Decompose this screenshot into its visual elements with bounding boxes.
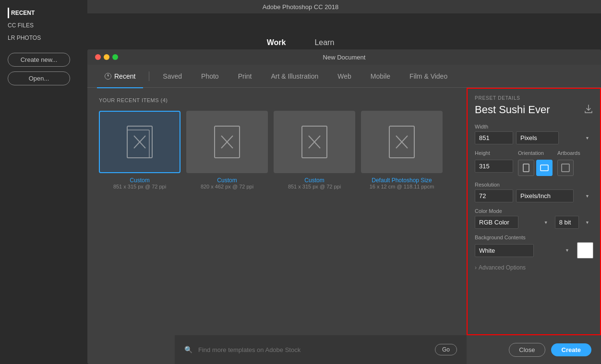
create-new-button[interactable]: Create new... [8, 53, 70, 67]
advanced-options-label: Advanced Options [479, 264, 526, 271]
orientation-buttons [518, 160, 553, 176]
resolution-unit-select-wrapper: Pixels/Inch Pixels/Centimeter [516, 189, 593, 202]
tab-art-illustration[interactable]: Art & Illustration [263, 69, 326, 84]
nav-work[interactable]: Work [267, 38, 286, 50]
bg-contents-select[interactable]: White Black Background Color Transparent [475, 244, 534, 257]
tab-separator [149, 71, 149, 81]
width-row: Pixels Inches Centimeters [475, 131, 593, 144]
template-thumbnail [361, 111, 443, 173]
svg-rect-14 [541, 165, 548, 171]
orientation-group: Orientation [518, 150, 553, 176]
dialog-maximize-light[interactable] [112, 54, 118, 60]
main-content: YOUR RECENT ITEMS (4) Custom 851 [87, 88, 467, 335]
tab-recent[interactable]: Recent [97, 69, 143, 84]
dialog-footer: Close Create [467, 335, 601, 364]
chevron-right-icon: › [475, 264, 477, 271]
open-button[interactable]: Open... [8, 71, 70, 85]
template-card[interactable]: Default Photoshop Size 16 x 12 cm @ 118.… [361, 111, 443, 189]
left-sidebar: RECENT CC FILES LR PHOTOS Create new... … [0, 0, 87, 364]
template-card[interactable]: Custom 851 x 315 px @ 72 ppi [99, 111, 180, 189]
width-input[interactable] [475, 131, 513, 144]
color-mode-label: Color Mode [475, 208, 593, 214]
bg-contents-select-wrapper: White Black Background Color Transparent [475, 244, 573, 257]
dialog-traffic-lights [95, 54, 118, 60]
dialog-tabs: Recent Saved Photo Print Art & Illustrat… [87, 65, 601, 88]
app-titlebar: Adobe Photoshop CC 2018 [0, 0, 601, 13]
template-thumbnail [274, 111, 355, 173]
save-preset-icon[interactable] [584, 104, 593, 116]
bit-depth-select-wrapper: 8 bit 16 bit 32 bit [555, 216, 593, 229]
tab-mobile[interactable]: Mobile [363, 69, 398, 84]
orientation-label: Orientation [518, 150, 553, 156]
go-button[interactable]: Go [435, 344, 457, 355]
dialog-titlebar: New Document [87, 49, 601, 65]
search-input[interactable] [198, 346, 429, 353]
close-button[interactable]: Close [509, 343, 545, 357]
height-orientation-row: Height Orientation [475, 150, 593, 176]
dialog-close-light[interactable] [95, 54, 101, 60]
recent-header: YOUR RECENT ITEMS (4) [99, 97, 455, 103]
bg-color-swatch[interactable] [577, 242, 593, 258]
color-mode-row: RGB Color CMYK Color Grayscale 8 bit 16 … [475, 216, 593, 229]
svg-rect-15 [562, 164, 569, 172]
resolution-field-group: Resolution Pixels/Inch Pixels/Centimeter [475, 182, 593, 202]
app-title: Adobe Photoshop CC 2018 [263, 3, 338, 11]
nav-learn[interactable]: Learn [314, 38, 334, 50]
svg-rect-13 [523, 164, 529, 172]
sidebar-nav: RECENT CC FILES LR PHOTOS [0, 8, 87, 43]
landscape-button[interactable] [536, 160, 553, 176]
bg-contents-field-group: Background Contents White Black Backgrou… [475, 235, 593, 258]
artboard-toggle[interactable] [557, 160, 574, 176]
bg-contents-row: White Black Background Color Transparent [475, 242, 593, 258]
color-mode-field-group: Color Mode RGB Color CMYK Color Grayscal… [475, 208, 593, 229]
tab-photo[interactable]: Photo [193, 69, 227, 84]
tab-web[interactable]: Web [330, 69, 359, 84]
preset-section-label: PRESET DETAILS [475, 95, 593, 101]
width-label: Width [475, 124, 593, 129]
dialog-title: New Document [323, 54, 366, 61]
recent-grid: Custom 851 x 315 px @ 72 ppi Custom 820 … [99, 111, 455, 189]
artboards-group: Artboards [557, 150, 580, 176]
dialog-minimize-light[interactable] [104, 54, 109, 60]
width-unit-select[interactable]: Pixels Inches Centimeters [516, 131, 559, 144]
width-unit-select-wrapper: Pixels Inches Centimeters [516, 131, 593, 144]
color-mode-select-wrapper: RGB Color CMYK Color Grayscale [475, 216, 552, 229]
template-thumbnail [186, 111, 268, 173]
bit-depth-select[interactable]: 8 bit 16 bit 32 bit [555, 216, 579, 229]
portrait-button[interactable] [518, 160, 534, 176]
artboards-label: Artboards [557, 150, 580, 156]
advanced-options[interactable]: › Advanced Options [475, 264, 593, 271]
sidebar-buttons: Create new... Open... [0, 43, 87, 95]
bg-contents-label: Background Contents [475, 235, 593, 240]
sidebar-item-recent[interactable]: RECENT [8, 8, 80, 18]
resolution-row: Pixels/Inch Pixels/Centimeter [475, 189, 593, 202]
create-button[interactable]: Create [551, 343, 591, 356]
width-field-group: Width Pixels Inches Centimeters [475, 124, 593, 144]
resolution-input[interactable] [475, 189, 513, 202]
template-card[interactable]: Custom 851 x 315 px @ 72 ppi [274, 111, 355, 189]
template-thumbnail [99, 111, 180, 173]
sidebar-item-lr-photos[interactable]: LR PHOTOS [8, 33, 80, 43]
tab-saved[interactable]: Saved [155, 69, 190, 84]
preset-title: Best Sushi Ever [475, 104, 550, 116]
preset-panel: PRESET DETAILS Best Sushi Ever Width Pix… [467, 88, 601, 335]
height-input[interactable] [475, 160, 513, 173]
tab-film-video[interactable]: Film & Video [402, 69, 455, 84]
preset-title-row: Best Sushi Ever [475, 104, 593, 116]
resolution-label: Resolution [475, 182, 593, 188]
resolution-unit-select[interactable]: Pixels/Inch Pixels/Centimeter [516, 189, 574, 202]
sidebar-item-cc-files[interactable]: CC FILES [8, 20, 80, 31]
height-field-group: Height [475, 150, 513, 173]
template-card[interactable]: Custom 820 x 462 px @ 72 ppi [186, 111, 268, 189]
search-icon: 🔍 [184, 346, 192, 353]
tab-print[interactable]: Print [230, 69, 260, 84]
color-mode-select[interactable]: RGB Color CMYK Color Grayscale [475, 216, 518, 229]
search-bar: 🔍 Go [175, 335, 467, 364]
clock-icon [105, 73, 111, 80]
height-label: Height [475, 150, 513, 156]
